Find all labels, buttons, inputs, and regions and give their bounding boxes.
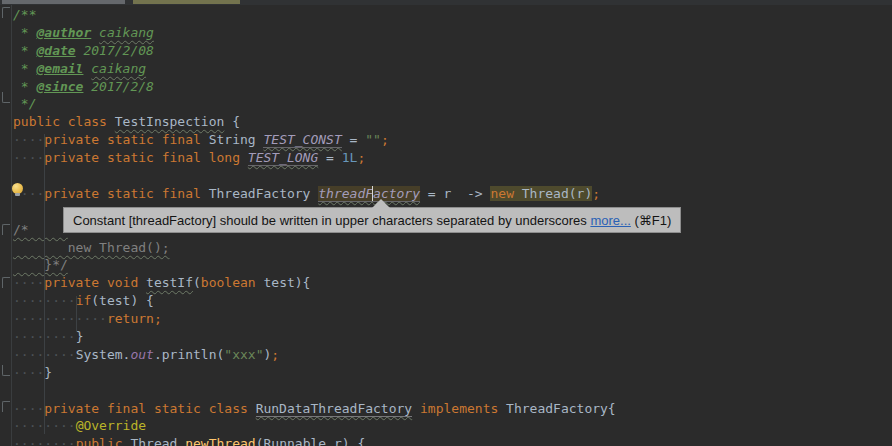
code-line: ········if(test) { bbox=[12, 292, 892, 310]
code-line: */ bbox=[12, 95, 892, 113]
editor-tab-strip bbox=[0, 0, 892, 5]
editor-gutter bbox=[0, 5, 12, 446]
code-token: @since bbox=[36, 79, 83, 94]
code-token: ············ bbox=[13, 311, 107, 326]
code-token: ; bbox=[592, 186, 600, 201]
code-token: @Override bbox=[76, 418, 146, 433]
code-token: = bbox=[342, 132, 365, 147]
code-token: TestInspection bbox=[115, 114, 225, 129]
fold-marker-start[interactable] bbox=[2, 7, 10, 18]
code-token: testIf bbox=[146, 275, 193, 290]
code-token: test){ bbox=[263, 275, 310, 290]
intention-bulb-icon[interactable] bbox=[12, 183, 23, 194]
code-token: System. bbox=[76, 347, 131, 362]
code-line bbox=[12, 167, 892, 185]
code-token: private final static class bbox=[44, 401, 255, 416]
code-line: * @since 2017/2/8 bbox=[12, 78, 892, 96]
fold-marker-start[interactable] bbox=[2, 401, 10, 412]
indent-guide bbox=[44, 134, 45, 434]
code-token: "" bbox=[365, 132, 381, 147]
code-token: ···· bbox=[13, 150, 44, 165]
code-token: /** bbox=[13, 7, 36, 22]
code-token: caikang bbox=[99, 25, 154, 40]
code-line: * @email caikang bbox=[12, 60, 892, 78]
code-line: ····} bbox=[12, 364, 892, 382]
code-token: public bbox=[76, 436, 131, 446]
tooltip-shortcut: (⌘F1) bbox=[631, 213, 671, 228]
code-token: ; bbox=[271, 347, 279, 362]
code-token: 2017/2/08 bbox=[76, 43, 154, 58]
code-token: private static final long bbox=[44, 150, 248, 165]
code-token: new Thread(); bbox=[13, 240, 170, 255]
indent-guide bbox=[76, 296, 77, 332]
code-token: ···· bbox=[13, 401, 44, 416]
code-line: public class TestInspection { bbox=[12, 113, 892, 131]
fold-marker-start[interactable] bbox=[2, 224, 10, 235]
code-token: = r -> bbox=[420, 186, 490, 201]
more-link[interactable]: more... bbox=[590, 213, 630, 228]
code-line: ····private final static class RunDataTh… bbox=[12, 400, 892, 418]
code-token: ···· bbox=[13, 275, 44, 290]
code-line: ····private static final long TEST_LONG … bbox=[12, 149, 892, 167]
code-token: ···· bbox=[13, 365, 44, 380]
tab-indicator-2[interactable] bbox=[133, 0, 240, 4]
code-line: }*/ bbox=[12, 256, 892, 274]
code-line: ············return; bbox=[12, 310, 892, 328]
code-token: implements bbox=[420, 401, 498, 416]
code-line: ········public Thread newThread(Runnable… bbox=[12, 435, 892, 446]
code-token: ( bbox=[193, 275, 201, 290]
code-token: } bbox=[44, 365, 52, 380]
code-token: @email bbox=[36, 61, 83, 76]
code-token: ; bbox=[357, 150, 365, 165]
code-token: caikang bbox=[91, 61, 146, 76]
code-token: new bbox=[490, 186, 521, 201]
code-token: ········ bbox=[13, 436, 76, 446]
code-line bbox=[12, 382, 892, 400]
code-token: ; bbox=[381, 132, 389, 147]
code-token: 1L bbox=[342, 150, 358, 165]
code-token: "xxx" bbox=[224, 347, 263, 362]
code-token: @date bbox=[36, 43, 75, 58]
ide-editor-window: /** * @author caikang * @date 2017/2/08 … bbox=[0, 0, 892, 446]
code-token: * bbox=[13, 61, 36, 76]
code-token: out bbox=[130, 347, 153, 362]
code-token: ThreadFactory bbox=[209, 186, 319, 201]
code-token: (test) { bbox=[91, 293, 154, 308]
code-token: return; bbox=[107, 311, 162, 326]
tab-indicator-1[interactable] bbox=[2, 0, 125, 4]
fold-marker-start[interactable] bbox=[2, 277, 10, 288]
code-token: }*/ bbox=[13, 257, 68, 272]
code-line: ········} bbox=[12, 328, 892, 346]
code-token: private void bbox=[44, 275, 146, 290]
inspection-tooltip: Constant [threadFactory] should be writt… bbox=[63, 207, 681, 233]
code-token: threadF bbox=[318, 186, 373, 202]
code-line: ····private void testIf(boolean test){ bbox=[12, 274, 892, 292]
fold-marker-end[interactable] bbox=[2, 365, 10, 376]
code-token: Thread(r) bbox=[522, 186, 592, 201]
code-token: * bbox=[13, 43, 36, 58]
code-token: @author bbox=[36, 25, 91, 40]
code-line: ········@Override bbox=[12, 417, 892, 435]
code-token bbox=[412, 401, 420, 416]
code-token: private static final bbox=[44, 132, 208, 147]
code-token: public class bbox=[13, 114, 115, 129]
code-token: { bbox=[224, 114, 240, 129]
code-line: * @author caikang bbox=[12, 24, 892, 42]
code-token: newThread bbox=[185, 436, 255, 446]
code-token: * bbox=[13, 25, 36, 40]
code-token: if bbox=[76, 293, 92, 308]
code-token: */ bbox=[13, 96, 36, 111]
code-token: TEST_LONG bbox=[248, 150, 318, 166]
code-token: (Runnable r) { bbox=[256, 436, 366, 446]
code-token: * bbox=[13, 79, 36, 94]
fold-marker-end[interactable] bbox=[2, 92, 10, 103]
code-token: private static final bbox=[44, 186, 208, 201]
code-line: new Thread(); bbox=[12, 239, 892, 257]
code-token: boolean bbox=[201, 275, 264, 290]
code-token: ···· bbox=[13, 132, 44, 147]
code-line: ········System.out.println("xxx"); bbox=[12, 346, 892, 364]
code-token: Thread bbox=[130, 436, 185, 446]
code-token: String bbox=[209, 132, 264, 147]
code-line: /** bbox=[12, 6, 892, 24]
code-line: ····private static final ThreadFactory t… bbox=[12, 185, 892, 203]
